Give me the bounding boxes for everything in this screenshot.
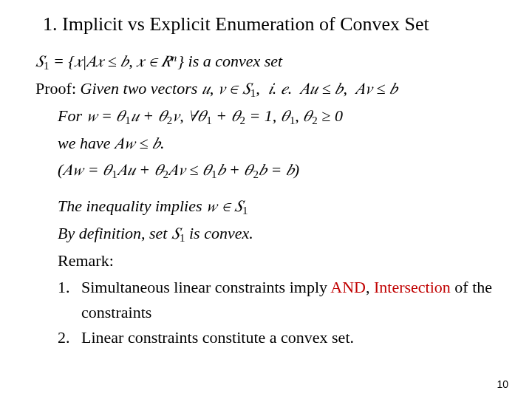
remark-number: 1.: [58, 275, 81, 325]
remark-item: 2. Linear constraints constitute a conve…: [35, 325, 502, 350]
proof-line: Proof: Given two vectors 𝑢, 𝑣 ∈ 𝑆1, 𝑖. 𝑒…: [35, 76, 502, 102]
slide-body: 𝑆1 = {𝑥|𝐴𝑥 ≤ 𝑏, 𝑥 ∈ 𝑅𝑛} is a convex set …: [35, 49, 502, 350]
remark-item: 1. Simultaneous linear constraints imply…: [35, 275, 502, 325]
remark-text: Simultaneous linear constraints imply AN…: [81, 275, 502, 325]
proof-label: Proof:: [35, 79, 76, 98]
wehave-line: we have 𝐴𝑤 ≤ 𝑏.: [35, 131, 502, 156]
proof-given: Given two vectors 𝑢, 𝑣 ∈ 𝑆1, 𝑖. 𝑒. 𝐴𝑢 ≤ …: [81, 79, 398, 98]
slide: 1. Implicit vs Explicit Enumeration of C…: [0, 0, 532, 399]
remark-text: Linear constraints constitute a convex s…: [81, 325, 354, 350]
remark-label: Remark:: [35, 248, 502, 273]
bydef-line: By definition, set 𝑆1 is convex.: [35, 221, 502, 247]
aw-line: (𝐴𝑤 = 𝜃1𝐴𝑢 + 𝜃2𝐴𝑣 ≤ 𝜃1𝑏 + 𝜃2𝑏 = 𝑏): [35, 157, 502, 183]
for-line: For 𝑤 = 𝜃1𝑢 + 𝜃2𝑣, ∀𝜃1 + 𝜃2 = 1, 𝜃1, 𝜃2 …: [35, 103, 502, 129]
inequality-line: The inequality implies 𝑤 ∈ 𝑆1: [35, 194, 502, 219]
page-number: 10: [497, 378, 508, 390]
slide-title: 1. Implicit vs Explicit Enumeration of C…: [35, 13, 502, 35]
remark-number: 2.: [58, 325, 81, 350]
claim-line: 𝑆1 = {𝑥|𝐴𝑥 ≤ 𝑏, 𝑥 ∈ 𝑅𝑛} is a convex set: [35, 49, 502, 75]
